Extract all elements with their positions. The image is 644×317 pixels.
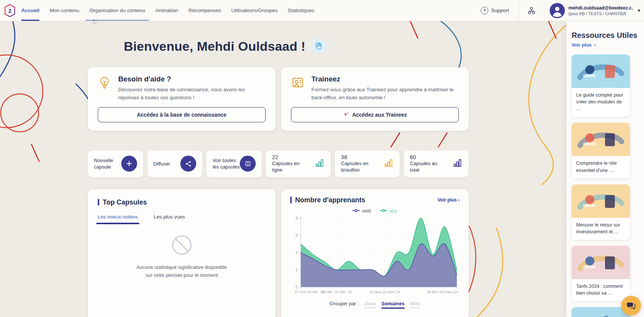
illustration-label: TMS	[602, 315, 609, 317]
nav-item-utilisateurs-groupes[interactable]: Utilisateurs/Groupes	[231, 0, 278, 21]
nav-item-mon-contenu[interactable]: Mon contenu	[50, 0, 79, 21]
top-capsules-tabs: Les mieux notéesLes plus vues	[98, 214, 266, 224]
stat-tile-capsules-au-total[interactable]: 60Capsules au total	[404, 150, 469, 177]
chevron-down-icon: ▾	[638, 8, 640, 13]
chat-support-fab[interactable]	[621, 296, 641, 315]
legend-item-app[interactable]: app	[380, 208, 398, 214]
chart-legend: webapp	[290, 208, 460, 214]
tile-label: Diffuser	[153, 161, 170, 167]
nav-item-statistiques[interactable]: Statistiques	[288, 0, 314, 21]
resource-card[interactable]: Mesurer le retour sur investissement et …	[572, 184, 630, 240]
legend-marker-icon	[380, 209, 387, 212]
help-card-base-de-connaissance: Besoin d'aide ? Découvrez notre base de …	[88, 67, 275, 131]
beedeez-dashboard: 2 AccueilMon contenuOrganisation du cont…	[0, 0, 644, 317]
resource-card[interactable]: Comprendre le rôle essentiel d'une …	[572, 123, 630, 178]
top-capsules-title: Top Capsules	[103, 198, 147, 206]
help-card-traineez: Traineez Formez-vous grâce aux Traineez …	[281, 67, 469, 131]
share-icon	[180, 156, 196, 172]
bar-chart-icon	[383, 158, 394, 170]
sparkle-icon	[343, 111, 349, 118]
help-cards-row: Besoin d'aide ? Découvrez notre base de …	[88, 67, 469, 131]
stat-value: 60	[410, 154, 442, 160]
learners-title: Nombre d'apprenants	[295, 196, 365, 204]
user-account-menu[interactable]: mehdi.ouldsaad@beedeez.c… (pour KB / TES…	[544, 3, 644, 18]
tile-label: Voir toutes les capsules	[213, 157, 240, 170]
chat-bubbles-icon	[626, 301, 636, 311]
action-tile-voir-toutes-les-capsules[interactable]: Voir toutes les capsules	[206, 150, 262, 177]
top-capsules-panel: Top Capsules Les mieux notéesLes plus vu…	[88, 189, 275, 317]
tile-text: Diffuser	[153, 161, 170, 167]
svg-text:0: 0	[295, 284, 298, 289]
tile-text: Nouvelle capsule	[94, 157, 121, 170]
guide-modules-illustration	[572, 55, 630, 88]
traineez-button[interactable]: Accédez aux Traineez	[291, 107, 459, 122]
certificate-icon	[291, 75, 305, 102]
resource-card[interactable]: Tarifs 2024 : comment bien choisir sa …	[572, 246, 630, 301]
help-card-body: Formez-vous grâce aux Traineez pour appr…	[311, 86, 459, 102]
stat-tile-capsules-en-brouillon[interactable]: 38Capsules en brouillon	[335, 150, 400, 177]
title-accent-bar	[98, 199, 99, 206]
lightbulb-icon	[98, 75, 112, 102]
group-by-option-semaines[interactable]: Semaines	[381, 301, 405, 309]
nav-item-accueil[interactable]: Accueil	[21, 0, 39, 21]
stat-tile-capsules-en-ligne[interactable]: 22Capsules en ligne	[266, 150, 331, 177]
stat-value: 38	[341, 154, 374, 160]
button-label: Accédez à la base de connaissance	[137, 112, 227, 118]
empty-state: Aucune statistique significative disponi…	[98, 234, 266, 280]
avatar	[550, 3, 565, 18]
tarifs-2024-illustration	[572, 246, 630, 279]
resource-card[interactable]: Le guide complet pour créer des modules …	[572, 55, 630, 117]
organization-switcher-button[interactable]	[519, 0, 544, 21]
group-by-control: Grouper par : JoursSemainesMois	[290, 301, 460, 309]
resource-cards-list: Le guide complet pour créer des modules …	[572, 55, 644, 317]
learners-panel: Nombre d'apprenants Voir plus › webapp 0…	[281, 189, 469, 317]
nav-item-label: Récompenses	[188, 8, 221, 13]
resource-caption: Comprendre le rôle essentiel d'une …	[572, 156, 630, 178]
group-by-label: Grouper par :	[330, 301, 359, 306]
main-area: Bienvenue, Mehdi Ouldsaad !	[0, 21, 566, 317]
mouse-cursor-hand-icon	[92, 19, 97, 25]
bar-chart-icon	[452, 158, 463, 170]
sidebar-voir-plus-link[interactable]: Voir plus ›	[572, 42, 644, 48]
support-label: Support	[491, 8, 509, 13]
learners-voir-plus-link[interactable]: Voir plus ›	[438, 197, 460, 203]
nav-item-label: Utilisateurs/Groupes	[231, 8, 278, 13]
action-tile-nouvelle-capsule[interactable]: Nouvelle capsule	[88, 150, 143, 177]
svg-text:15 janv.-21 janv. 24: 15 janv.-21 janv. 24	[369, 290, 400, 294]
sitemap-icon	[527, 6, 536, 15]
svg-text:2: 2	[8, 7, 11, 14]
knowledge-base-button[interactable]: Accédez à la base de connaissance	[98, 107, 266, 122]
top-navigation-bar: 2 AccueilMon contenuOrganisation du cont…	[0, 0, 644, 21]
bar-chart-icon	[314, 158, 325, 170]
support-button[interactable]: ? Support	[471, 7, 519, 14]
tab-les-mieux-notees[interactable]: Les mieux notées	[98, 214, 138, 224]
title-accent-bar	[290, 197, 292, 203]
voir-plus-label: Voir plus	[572, 42, 592, 48]
plus-icon	[121, 156, 137, 172]
legend-label: app	[389, 208, 398, 214]
group-by-option-mois[interactable]: Mois	[410, 301, 420, 308]
resource-card[interactable]: LMSTMS	[572, 307, 630, 317]
beedeez-logo-icon[interactable]: 2	[4, 4, 16, 17]
user-email: mehdi.ouldsaad@beedeez.c…	[568, 5, 633, 11]
button-label: Accédez aux Traineez	[352, 112, 407, 118]
resource-caption: Le guide complet pour créer des modules …	[572, 88, 630, 117]
stats-panels-row: Top Capsules Les mieux notéesLes plus vu…	[88, 189, 469, 317]
empty-state-text-line2: sur cette période pour le moment	[136, 272, 227, 280]
nav-item-recompenses[interactable]: Récompenses	[188, 0, 221, 21]
svg-text:18 déc.-24 déc. 23: 18 déc.-24 déc. 23	[322, 290, 352, 294]
help-card-body: Découvrez notre base de connaissance, no…	[118, 86, 266, 102]
resource-caption: Tarifs 2024 : comment bien choisir sa …	[572, 279, 630, 301]
tab-les-plus-vues[interactable]: Les plus vues	[154, 214, 185, 224]
lms-tms-illustration: LMSTMS	[572, 307, 630, 317]
group-by-option-jours[interactable]: Jours	[364, 301, 376, 308]
tile-text: 22Capsules en ligne	[272, 154, 305, 173]
legend-item-web[interactable]: web	[352, 208, 371, 214]
resource-caption: Mesurer le retour sur investissement et …	[572, 218, 630, 240]
nav-item-animation[interactable]: Animation	[155, 0, 178, 21]
nav-item-organisation-du-contenu[interactable]: Organisation du contenu	[89, 0, 145, 21]
action-tile-diffuser[interactable]: Diffuser	[147, 150, 203, 177]
tile-label: Capsules en brouillon	[341, 160, 374, 173]
page-body: Bienvenue, Mehdi Ouldsaad !	[0, 21, 644, 317]
main-content-column: Bienvenue, Mehdi Ouldsaad !	[88, 39, 469, 317]
